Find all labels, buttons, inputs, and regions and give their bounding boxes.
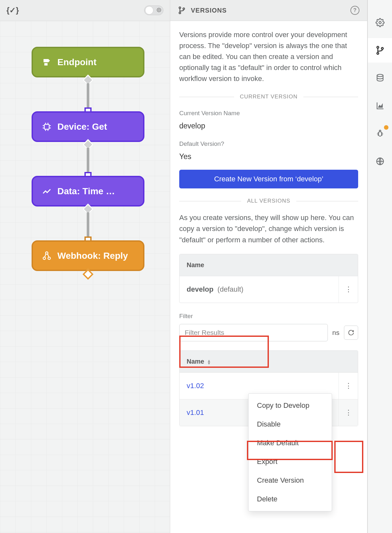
panel-header: VERSIONS ?	[170, 0, 367, 21]
svg-rect-13	[378, 132, 381, 136]
svg-rect-1	[44, 124, 49, 129]
version-context-menu: Copy to Develop Disable Make Default Exp…	[248, 393, 332, 511]
panel-title: VERSIONS	[191, 7, 227, 14]
svg-point-2	[43, 257, 46, 259]
section-current-version: CURRENT VERSION	[179, 93, 358, 101]
workflow-canvas: {✓} Endpoint Device: Get Data: Time …	[0, 0, 170, 533]
sort-icon: ▴▾	[208, 359, 210, 365]
svg-point-3	[48, 257, 51, 259]
version-row-develop[interactable]: develop (default) ⋮	[180, 276, 358, 303]
label-current-version: Current Version Name	[179, 108, 358, 118]
database-icon	[376, 74, 385, 83]
svg-point-8	[379, 22, 381, 24]
menu-delete[interactable]: Delete	[249, 490, 332, 508]
menu-disable[interactable]: Disable	[249, 415, 332, 434]
svg-point-5	[179, 7, 181, 9]
menu-copy-to-develop[interactable]: Copy to Develop	[249, 396, 332, 415]
create-version-button[interactable]: Create New Version from ‘develop’	[179, 170, 358, 188]
connector	[87, 148, 89, 175]
node-label: Endpoint	[57, 57, 96, 67]
json-brackets-icon: {✓}	[6, 6, 19, 15]
rail-settings[interactable]	[368, 10, 392, 35]
gear-icon	[376, 18, 385, 27]
canvas-toolbar: {✓}	[0, 0, 170, 21]
all-versions-description: As you create versions, they will show u…	[179, 212, 358, 245]
branch-icon	[376, 46, 385, 55]
value-default-version: Yes	[179, 151, 358, 163]
chip-icon	[42, 122, 52, 132]
column-header-name-sort[interactable]: Name ▴▾	[180, 351, 358, 373]
rail-database[interactable]	[368, 66, 392, 90]
svg-point-7	[183, 8, 185, 10]
filter-input[interactable]	[179, 324, 328, 341]
toggle-knob	[145, 6, 153, 15]
right-icon-rail	[368, 0, 392, 533]
row-actions-develop[interactable]: ⋮	[338, 276, 358, 303]
section-all-versions: ALL VERSIONS	[179, 197, 358, 205]
rail-analytics[interactable]	[368, 94, 392, 118]
warning-badge	[384, 125, 388, 130]
help-icon[interactable]: ?	[350, 6, 359, 15]
canvas-grid[interactable]: Endpoint Device: Get Data: Time … Webhoo…	[0, 21, 170, 533]
node-label: Webhook: Reply	[57, 251, 128, 261]
svg-point-6	[179, 12, 181, 14]
label-default-version: Default Version?	[179, 139, 358, 148]
gear-icon	[157, 8, 161, 13]
node-label: Device: Get	[57, 122, 107, 132]
row-actions-v102[interactable]: ⋮	[338, 373, 358, 399]
svg-point-12	[377, 74, 383, 76]
connector	[87, 212, 89, 240]
row-actions-v101[interactable]: ⋮	[338, 399, 358, 426]
version-name: develop	[187, 285, 213, 293]
column-header-name: Name	[180, 254, 358, 276]
develop-version-table: Name develop (default) ⋮	[179, 254, 358, 303]
branch-icon	[178, 6, 186, 14]
globe-icon	[376, 157, 385, 166]
filter-label: Filter	[179, 311, 358, 321]
plug-icon	[42, 57, 52, 67]
lambda-icon	[42, 251, 52, 261]
menu-make-default[interactable]: Make Default	[249, 434, 332, 452]
refresh-icon	[348, 329, 354, 336]
rail-world[interactable]	[368, 149, 392, 174]
analytics-icon	[376, 101, 385, 110]
node-endpoint[interactable]: Endpoint	[32, 47, 144, 77]
svg-point-10	[377, 52, 379, 54]
node-label: Data: Time …	[57, 186, 115, 196]
connector	[87, 83, 89, 111]
node-webhook-reply[interactable]: Webhook: Reply	[32, 240, 144, 271]
svg-point-9	[377, 46, 379, 48]
node-device-get[interactable]: Device: Get	[32, 111, 144, 142]
chart-icon	[42, 186, 52, 196]
truncated-text: ns	[332, 327, 339, 338]
default-tag: (default)	[217, 285, 243, 293]
svg-point-0	[158, 9, 160, 11]
value-current-version: develop	[179, 120, 358, 132]
refresh-button[interactable]	[344, 326, 358, 340]
menu-export[interactable]: Export	[249, 452, 332, 471]
rail-versions[interactable]	[368, 38, 392, 63]
panel-description: Versions provide more control over your …	[179, 29, 358, 84]
canvas-toggle[interactable]	[144, 5, 163, 15]
menu-create-version[interactable]: Create Version	[249, 471, 332, 490]
panel-body: Versions provide more control over your …	[170, 21, 367, 426]
rail-debug[interactable]	[368, 121, 392, 146]
svg-point-11	[381, 47, 383, 49]
node-data-time[interactable]: Data: Time …	[32, 176, 144, 206]
bug-icon	[376, 129, 385, 138]
